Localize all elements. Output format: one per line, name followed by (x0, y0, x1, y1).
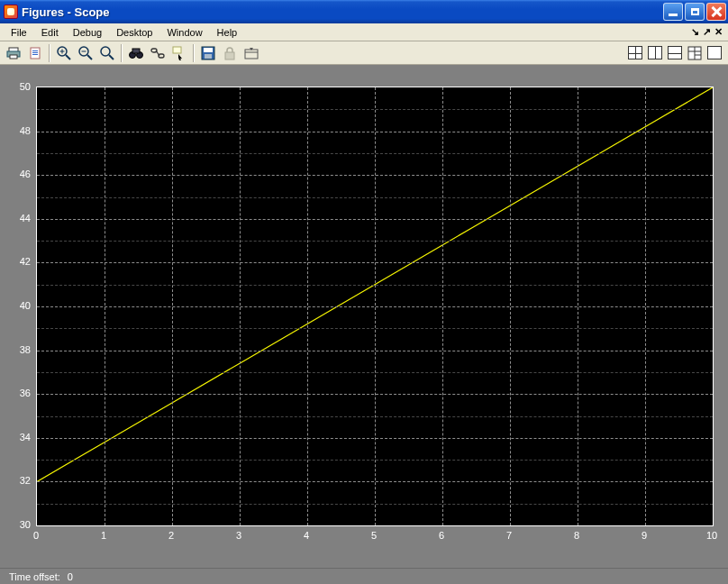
separator (49, 44, 50, 62)
dock-close-icon[interactable]: ✕ (714, 26, 723, 38)
x-tick-label: 0 (33, 530, 39, 541)
svg-line-8 (66, 55, 70, 59)
window-controls (663, 3, 726, 21)
svg-point-14 (101, 47, 110, 56)
dock-undock-icon[interactable]: ↗ (703, 26, 711, 38)
floppy-icon (201, 46, 215, 60)
svg-rect-24 (204, 48, 213, 52)
time-offset-value: 0 (68, 571, 73, 582)
zoom-in-button[interactable] (54, 43, 74, 63)
menu-file[interactable]: File (4, 25, 34, 40)
layout-buttons (625, 43, 724, 63)
y-tick-label: 44 (20, 213, 31, 224)
x-tick-label: 1 (101, 530, 106, 541)
y-tick-label: 42 (20, 256, 31, 267)
y-tick-label: 38 (20, 344, 31, 355)
svg-rect-4 (32, 50, 38, 51)
svg-rect-6 (32, 54, 38, 55)
y-tick-label: 30 (20, 519, 31, 530)
zoom-reset-button[interactable] (97, 43, 117, 63)
figure-area: 3032343638404244464850 012345678910 (0, 65, 728, 568)
layout-2x1-button[interactable] (665, 43, 685, 63)
y-axis-ticks: 3032343638404244464850 (0, 87, 34, 526)
y-tick-label: 46 (20, 169, 31, 179)
svg-line-21 (156, 50, 159, 56)
grid-2x1-icon (668, 46, 682, 59)
titlebar: Figures - Scope (0, 0, 728, 23)
y-tick-label: 36 (20, 388, 31, 398)
menu-help[interactable]: Help (210, 25, 245, 40)
svg-rect-5 (32, 52, 38, 53)
grid-1x2-icon (648, 46, 662, 59)
layout-custom-button[interactable] (685, 43, 705, 63)
x-tick-label: 10 (706, 530, 717, 541)
maximize-button[interactable] (685, 3, 705, 21)
separator (193, 44, 195, 62)
data-cursor-button[interactable] (169, 43, 189, 63)
time-offset-label: Time offset: (9, 571, 60, 582)
separator (121, 44, 123, 62)
y-tick-label: 32 (20, 475, 31, 486)
dock-button[interactable] (241, 43, 261, 63)
y-tick-label: 48 (20, 125, 31, 136)
zoom-out-icon (78, 46, 93, 60)
dock-controls: ↘ ↗ ✕ (691, 26, 724, 38)
y-tick-label: 40 (20, 300, 31, 311)
save-button[interactable] (198, 43, 218, 63)
svg-rect-26 (225, 52, 234, 59)
menu-window[interactable]: Window (159, 25, 209, 40)
dock-icon (244, 46, 259, 60)
x-tick-label: 9 (642, 530, 647, 541)
x-tick-label: 6 (439, 530, 444, 541)
app-icon (4, 5, 18, 19)
printer-icon (6, 46, 21, 60)
x-tick-label: 2 (168, 530, 174, 541)
close-button[interactable] (706, 3, 726, 21)
copy-button[interactable] (25, 43, 45, 63)
lock-icon (223, 46, 237, 60)
x-tick-label: 3 (236, 530, 241, 541)
x-tick-label: 4 (304, 530, 309, 541)
toolbar (0, 41, 728, 65)
layout-1x2-button[interactable] (645, 43, 665, 63)
y-tick-label: 34 (20, 432, 31, 443)
layout-single-button[interactable] (705, 43, 724, 63)
svg-rect-22 (173, 47, 181, 53)
zoom-in-icon (57, 46, 71, 60)
x-axis-ticks: 012345678910 (36, 526, 714, 544)
menu-edit[interactable]: Edit (34, 25, 66, 40)
statusbar: Time offset: 0 (0, 568, 728, 584)
svg-rect-25 (205, 54, 212, 59)
dock-minimize-icon[interactable]: ↘ (691, 26, 699, 38)
grid-single-icon (707, 46, 722, 59)
y-tick-label: 50 (20, 81, 31, 92)
scope-axes[interactable] (36, 87, 714, 526)
svg-rect-2 (10, 55, 17, 59)
link-icon (150, 46, 165, 60)
svg-line-15 (109, 55, 114, 59)
x-tick-label: 7 (506, 530, 512, 541)
menu-debug[interactable]: Debug (66, 25, 109, 40)
layout-2x2-button[interactable] (625, 43, 645, 63)
link-button[interactable] (148, 43, 168, 63)
magnifier-icon (100, 46, 114, 60)
zoom-out-button[interactable] (76, 43, 96, 63)
clipboard-icon (28, 46, 42, 60)
print-button[interactable] (4, 43, 23, 63)
grid-2x2-icon (628, 46, 642, 59)
find-button[interactable] (126, 43, 146, 63)
x-tick-label: 8 (574, 530, 579, 541)
binoculars-icon (129, 46, 143, 60)
minimize-button[interactable] (663, 3, 683, 21)
menu-desktop[interactable]: Desktop (109, 25, 159, 40)
grid-custom-icon (687, 46, 702, 60)
svg-line-12 (87, 55, 92, 59)
lock-button[interactable] (220, 43, 240, 63)
svg-rect-27 (245, 50, 258, 59)
svg-rect-18 (132, 49, 140, 53)
menubar: File Edit Debug Desktop Window Help ↘ ↗ … (0, 23, 728, 41)
x-tick-label: 5 (371, 530, 377, 541)
window-title: Figures - Scope (22, 5, 663, 19)
data-cursor-icon (172, 46, 187, 60)
